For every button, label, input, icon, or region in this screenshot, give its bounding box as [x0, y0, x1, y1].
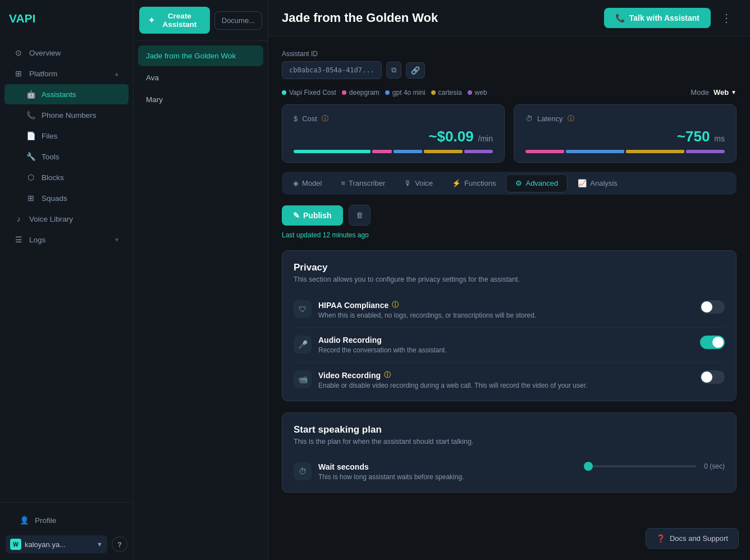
sidebar-profile-label: Profile [35, 516, 56, 525]
wait-seconds-name: Wait seconds [318, 462, 464, 471]
workspace-chevron-icon: ▼ [97, 541, 103, 548]
sidebar-item-voice-library[interactable]: ♪ Voice Library [4, 209, 129, 229]
file-icon: 📄 [26, 131, 36, 141]
assistant-id-label: Assistant ID [282, 50, 737, 58]
mode-chevron-icon: ▼ [731, 89, 737, 95]
tag-label: cartesia [438, 89, 462, 97]
tab-model[interactable]: ◈ Model [284, 174, 331, 192]
plus-circle-icon: ✦ [148, 16, 155, 25]
toggle-thumb [701, 301, 712, 313]
mode-selector[interactable]: Mode Web ▼ [690, 88, 737, 97]
video-info-icon[interactable]: ⓘ [384, 370, 391, 380]
tab-voice[interactable]: 🎙 Voice [395, 174, 442, 192]
latency-bar-seg-3 [626, 150, 684, 153]
latency-unit: ms [714, 134, 725, 143]
sidebar-item-phone-numbers[interactable]: 📞 Phone Numbers [4, 105, 129, 125]
link-id-button[interactable]: 🔗 [406, 62, 425, 79]
audio-recording-name: Audio Recording [318, 336, 447, 345]
more-options-button[interactable]: ⋮ [716, 9, 737, 27]
advanced-icon: ⚙ [515, 179, 522, 187]
voice-icon: ♪ [13, 214, 24, 224]
sidebar-item-profile[interactable]: 👤 Profile [10, 510, 123, 530]
tags-row: Vapi Fixed Cost deepgram gpt 4o mini car… [282, 88, 737, 97]
docs-and-support-button[interactable]: ❓ Docs and Support [646, 528, 739, 549]
tag-vapi-fixed-cost: Vapi Fixed Cost [282, 89, 336, 97]
cost-value-row: ~$0.09 /min [294, 128, 493, 145]
tab-transcriber[interactable]: ≡ Transcriber [332, 174, 394, 192]
cost-bar-seg-1 [294, 150, 371, 153]
hipaa-setting-desc: When this is enabled, no logs, recording… [318, 311, 536, 319]
workspace-selector[interactable]: W kaloyan.ya... ▼ [6, 535, 107, 553]
docs-btn-label: Docs and Support [670, 534, 728, 543]
cost-bar-seg-2 [372, 150, 391, 153]
create-assistant-button[interactable]: ✦ Create Assistant [139, 7, 210, 34]
middle-header: ✦ Create Assistant Docume... [134, 0, 268, 41]
audio-recording-left: 🎤 Audio Recording Record the conversatio… [294, 336, 447, 354]
sidebar-platform-label: Platform [29, 70, 57, 78]
cost-header: $ Cost ⓘ [294, 114, 493, 123]
shield-icon: 🛡 [294, 300, 312, 318]
tag-gpt4o-mini: gpt 4o mini [385, 89, 426, 97]
assistant-item-ava[interactable]: Ava [138, 67, 263, 88]
assistant-id-section: Assistant ID cb0abca3-054a-41d7... ⧉ 🔗 [282, 50, 737, 79]
sidebar-item-label: Tools [42, 153, 60, 161]
video-recording-toggle[interactable] [700, 370, 725, 384]
sidebar-item-files[interactable]: 📄 Files [4, 126, 129, 146]
video-recording-setting-row: 📹 Video Recording ⓘ Enable or disable vi… [294, 362, 725, 389]
cost-bar [294, 150, 493, 153]
audio-recording-setting-row: 🎤 Audio Recording Record the conversatio… [294, 328, 725, 362]
privacy-description: This section allows you to configure the… [294, 276, 725, 283]
model-icon: ◈ [293, 179, 299, 187]
audio-recording-info: Audio Recording Record the conversation … [318, 336, 447, 354]
hipaa-setting-left: 🛡 HIPAA Compliance ⓘ When this is enable… [294, 300, 536, 319]
cost-info-icon[interactable]: ⓘ [322, 114, 328, 123]
tag-label: gpt 4o mini [392, 89, 426, 97]
help-button[interactable]: ? [112, 536, 127, 552]
tab-advanced[interactable]: ⚙ Advanced [506, 174, 568, 192]
wait-seconds-slider[interactable] [584, 465, 696, 467]
publish-button[interactable]: ✎ Publish [282, 205, 343, 226]
assistant-item-mary[interactable]: Mary [138, 89, 263, 110]
hipaa-toggle[interactable] [700, 300, 725, 314]
hipaa-setting-info: HIPAA Compliance ⓘ When this is enabled,… [318, 300, 536, 319]
latency-value: ~750 [677, 128, 710, 145]
sidebar-item-logs[interactable]: ☰ Logs ▼ [4, 229, 129, 250]
tools-icon: 🔧 [26, 152, 36, 162]
sidebar-item-tools[interactable]: 🔧 Tools [4, 146, 129, 167]
transcriber-icon: ≡ [341, 179, 345, 187]
main-content: Jade from the Golden Wok 📞 Talk with Ass… [268, 0, 750, 560]
mode-value: Web ▼ [714, 88, 737, 97]
tag-label: deepgram [349, 89, 379, 97]
workspace-name: kaloyan.ya... [25, 540, 93, 549]
latency-info-icon[interactable]: ⓘ [568, 114, 574, 123]
mic-icon: 🎤 [294, 336, 312, 354]
docs-icon: ❓ [656, 534, 665, 543]
latency-header: ⏱ Latency ⓘ [525, 114, 725, 123]
assistant-item-jade[interactable]: Jade from the Golden Wok [138, 45, 263, 66]
main-header: Jade from the Golden Wok 📞 Talk with Ass… [268, 0, 750, 36]
sidebar-item-overview[interactable]: ⊙ Overview [4, 43, 129, 63]
tab-label: Voice [415, 179, 433, 187]
delete-button[interactable]: 🗑 [349, 205, 371, 226]
sidebar-item-platform[interactable]: ⊞ Platform ▲ [4, 63, 129, 84]
talk-with-assistant-button[interactable]: 📞 Talk with Assistant [604, 8, 711, 28]
sidebar-item-blocks[interactable]: ⬡ Blocks [4, 167, 129, 187]
analysis-icon: 📈 [578, 179, 587, 187]
latency-label: Latency [537, 114, 563, 123]
sidebar-item-assistants[interactable]: 🤖 Assistants [4, 84, 129, 104]
hipaa-info-icon[interactable]: ⓘ [392, 300, 399, 310]
audio-recording-toggle[interactable] [700, 336, 725, 349]
documentation-button[interactable]: Docume... [214, 11, 262, 30]
cost-bar-seg-4 [424, 150, 463, 153]
sidebar-item-label: Voice Library [29, 215, 73, 223]
speaking-plan-title: Start speaking plan [294, 424, 725, 435]
privacy-title: Privacy [294, 262, 725, 273]
copy-id-button[interactable]: ⧉ [386, 62, 401, 79]
sidebar-item-squads[interactable]: ⊞ Squads [4, 188, 129, 208]
sidebar-bottom: 👤 Profile W kaloyan.ya... ▼ ? [0, 502, 133, 560]
tab-functions[interactable]: ⚡ Functions [443, 174, 505, 192]
tab-analysis[interactable]: 📈 Analysis [569, 174, 626, 192]
assistant-list: Jade from the Golden Wok Ava Mary [134, 41, 268, 560]
latency-bar-seg-1 [525, 150, 564, 153]
id-row: cb0abca3-054a-41d7... ⧉ 🔗 [282, 61, 737, 79]
